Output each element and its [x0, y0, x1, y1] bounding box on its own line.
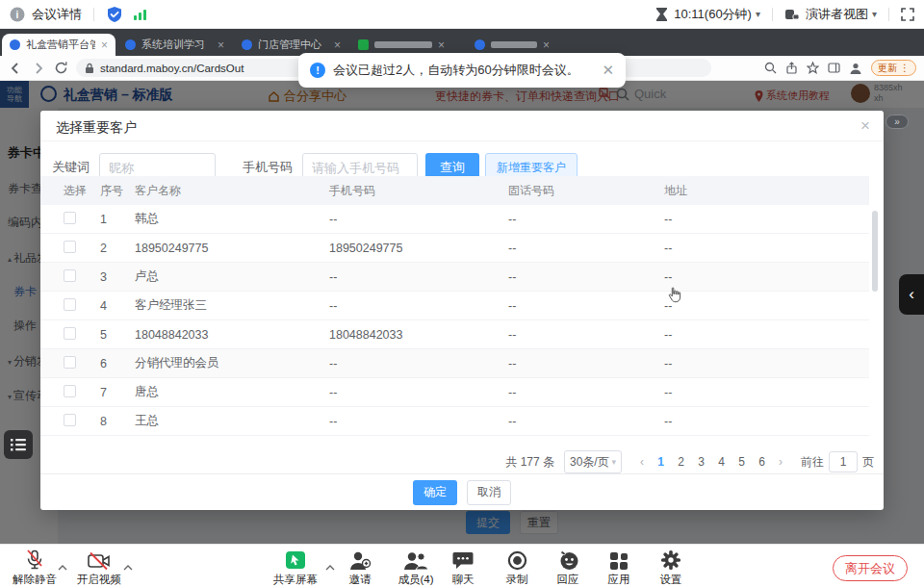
meeting-details-link[interactable]: 会议详情	[32, 6, 82, 23]
cell-phone: --	[329, 213, 508, 226]
page-1[interactable]: 1	[651, 455, 671, 469]
cancel-button[interactable]: 取消	[467, 480, 511, 505]
goto-page-input[interactable]	[829, 451, 858, 472]
invite-button[interactable]: 邀请	[333, 549, 387, 587]
record-button[interactable]: 录制	[490, 549, 544, 587]
fullscreen-icon[interactable]	[901, 8, 914, 21]
cell-phone: 18048842033	[329, 328, 508, 342]
browser-tab-1[interactable]: 礼盒营销平台管理中心 ×	[2, 34, 116, 56]
tab-favicon	[125, 39, 136, 50]
cell-no: 2	[100, 242, 135, 255]
row-checkbox[interactable]	[64, 385, 76, 397]
modal-close-icon[interactable]: ×	[860, 116, 870, 136]
settings-button[interactable]: 设置	[644, 549, 698, 587]
prev-page-icon[interactable]: ‹	[633, 455, 651, 469]
floating-list-button[interactable]	[4, 430, 33, 459]
camera-off-icon	[87, 551, 112, 571]
table-row[interactable]: 8 王总 -- -- --	[40, 407, 869, 436]
share-screen-icon	[285, 549, 306, 571]
back-icon[interactable]	[8, 61, 23, 76]
page-5[interactable]: 5	[732, 455, 752, 469]
page-3[interactable]: 3	[691, 455, 711, 469]
table-row[interactable]: 5 18048842033 18048842033 -- --	[40, 320, 869, 349]
row-checkbox[interactable]	[64, 241, 76, 253]
table-row[interactable]: 7 唐总 -- -- --	[40, 378, 869, 407]
profile-icon[interactable]	[849, 62, 862, 75]
panel-collapse-chevron[interactable]: ‹	[899, 274, 924, 315]
next-page-icon[interactable]: ›	[772, 455, 789, 469]
start-video-label: 开启视频	[72, 573, 126, 587]
cell-tel: --	[508, 242, 664, 255]
cell-name: 王总	[135, 413, 329, 429]
confirm-button[interactable]: 确定	[413, 480, 457, 505]
page-size-select[interactable]: 30条/页 ▾	[564, 450, 622, 473]
forward-icon[interactable]	[31, 61, 46, 76]
gear-icon	[660, 549, 681, 571]
tab-close-icon[interactable]: ×	[218, 38, 224, 52]
toast-message: 会议已超过2人，自动转为60分钟限时会议。	[333, 62, 579, 79]
list-icon	[11, 438, 26, 451]
cell-no: 6	[100, 357, 135, 370]
view-mode-label[interactable]: 演讲者视图	[806, 6, 868, 23]
view-dropdown-caret[interactable]: ▾	[872, 9, 877, 19]
pagination: 共 177 条 30条/页 ▾ ‹ 1 2 3 4 5 6 › 前往 页	[505, 449, 874, 474]
goto-label: 前往	[801, 454, 824, 471]
tab-close-icon[interactable]: ×	[438, 38, 445, 52]
col-header-no: 序号	[100, 183, 135, 199]
page-4[interactable]: 4	[711, 455, 732, 469]
share-icon[interactable]	[785, 62, 798, 74]
network-signal-icon[interactable]	[133, 8, 148, 21]
share-screen-button[interactable]: 共享屏幕	[265, 549, 326, 587]
table-row[interactable]: 2 18950249775 18950249775 -- --	[40, 234, 869, 263]
tab-favicon	[358, 39, 369, 50]
tab-close-icon[interactable]: ×	[334, 38, 341, 52]
reactions-button[interactable]: 回应	[541, 549, 595, 587]
total-count: 共 177 条	[505, 454, 554, 471]
bookmark-star-icon[interactable]	[807, 62, 819, 74]
table-row[interactable]: 1 韩总 -- -- --	[40, 205, 869, 234]
browser-tab-2[interactable]: 系统培训学习 ×	[117, 34, 232, 56]
sidebar-expand-button[interactable]: »	[886, 115, 909, 129]
page-2[interactable]: 2	[671, 455, 691, 469]
tab-favicon	[475, 39, 485, 50]
table-row[interactable]: 3 卢总 -- -- --	[40, 263, 869, 292]
tab-label: 系统培训学习	[141, 38, 212, 52]
browser-update-button[interactable]: 更新 ⋮	[871, 60, 916, 76]
members-button[interactable]: 成员(4)	[389, 549, 443, 587]
refresh-icon[interactable]	[54, 61, 68, 75]
start-video-button[interactable]: 开启视频	[72, 549, 126, 587]
row-checkbox[interactable]	[64, 414, 76, 426]
apps-button[interactable]: 应用	[592, 549, 646, 587]
cell-name: 18950249775	[135, 242, 329, 255]
table-row[interactable]: 6 分销代理的会员 -- -- --	[40, 349, 869, 378]
cell-tel: --	[508, 299, 664, 313]
chat-button[interactable]: 聊天	[436, 549, 490, 587]
unmute-button[interactable]: 解除静音	[8, 549, 62, 587]
row-checkbox[interactable]	[64, 327, 76, 340]
row-checkbox[interactable]	[64, 298, 76, 311]
unmute-label: 解除静音	[8, 573, 62, 587]
timer-dropdown-caret[interactable]: ▾	[756, 9, 760, 19]
security-shield-icon[interactable]	[106, 6, 123, 23]
url-text: standard.maboy.cn/CardsOut	[100, 63, 244, 74]
video-options-chevron[interactable]	[123, 557, 133, 574]
side-panel-icon[interactable]	[828, 62, 840, 74]
cell-phone: 18950249775	[329, 242, 508, 255]
zoom-page-icon[interactable]	[764, 62, 777, 74]
leave-meeting-button[interactable]: 离开会议	[833, 555, 908, 581]
table-row[interactable]: 4 客户经理张三 -- -- --	[40, 292, 869, 320]
browser-tab-strip: 礼盒营销平台管理中心 × 系统培训学习 × 门店管理中心 × × × +	[0, 29, 924, 56]
members-label: 成员(4)	[389, 573, 443, 587]
page-6[interactable]: 6	[752, 455, 772, 469]
tab-close-icon[interactable]: ×	[101, 38, 108, 52]
table-scrollbar[interactable]	[872, 211, 878, 292]
cell-addr: --	[664, 242, 869, 255]
unmute-options-chevron[interactable]	[58, 557, 67, 574]
tab-close-icon[interactable]: ×	[543, 38, 550, 52]
row-checkbox[interactable]	[64, 356, 76, 369]
row-checkbox[interactable]	[64, 269, 76, 282]
col-header-tel: 固话号码	[508, 183, 664, 199]
toast-close-icon[interactable]: ✕	[602, 62, 614, 79]
cell-tel: --	[508, 357, 664, 370]
row-checkbox[interactable]	[64, 212, 76, 224]
